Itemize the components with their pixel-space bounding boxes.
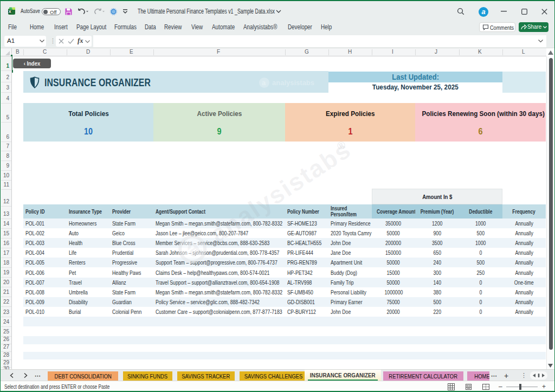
svg-text:X: X: [9, 9, 11, 14]
